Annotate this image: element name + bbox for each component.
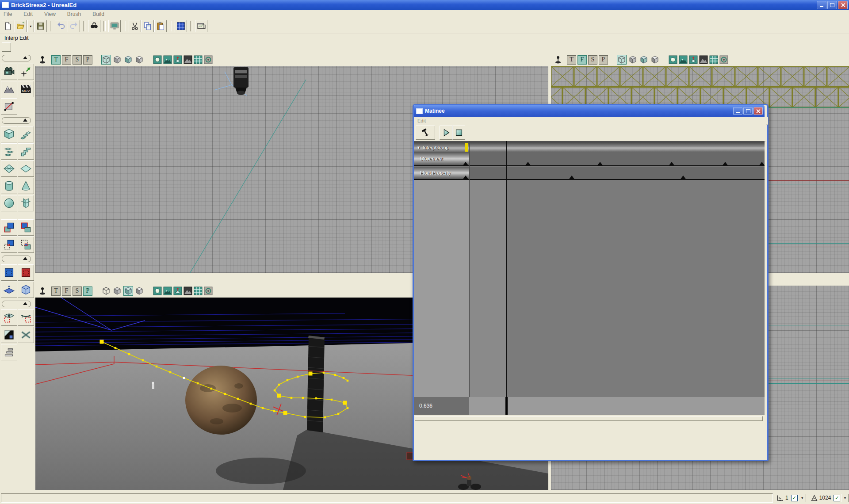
scrollbar-thumb[interactable] [415,416,763,421]
spline-point[interactable] [343,377,345,379]
keyframe-triangle[interactable] [669,162,674,165]
spline-point[interactable] [324,416,326,419]
csg-intersect-button[interactable] [1,237,17,253]
script-editor-button[interactable] [195,20,207,32]
keyframe-triangle[interactable] [759,162,765,165]
toggle-terrain-icon[interactable] [679,55,688,64]
redo-button[interactable] [68,20,80,32]
sphere-button[interactable] [1,195,17,211]
spline-keypoint[interactable] [309,372,313,376]
matinee-maximize-button[interactable] [743,107,753,115]
realtime-joystick-icon[interactable] [554,55,562,64]
drag-grid-value[interactable]: 1 [785,495,788,501]
play-button[interactable] [440,126,452,140]
spline-point[interactable] [278,384,280,386]
keyframe-triangle[interactable] [463,162,468,165]
spline-point[interactable] [183,377,185,379]
delete-selected-button[interactable] [18,327,34,343]
toggle-grid-icon[interactable] [194,55,203,64]
spline-point[interactable] [287,379,289,382]
menu-file[interactable]: File [4,11,12,17]
add-key-button[interactable] [416,126,435,140]
2d-shape-editor-button[interactable] [1,98,17,115]
menu-edit[interactable]: Edit [23,11,33,17]
find-actor-button[interactable] [88,20,100,32]
fullscreen-button[interactable] [108,20,121,32]
staircase-button[interactable] [18,143,34,160]
spline-point[interactable] [237,398,239,400]
add-mover-button[interactable] [1,282,17,298]
drag-grid-dropdown[interactable]: ▼ [799,494,806,502]
paste-button[interactable] [154,20,167,32]
spline-point[interactable] [128,353,130,355]
render-bsp-icon[interactable] [112,55,122,65]
toggle-terrain-icon[interactable] [163,55,172,64]
track-row-float-property[interactable]: Float Property [414,167,765,180]
matinee-window[interactable]: Matinee Edit ▼ InterpGroup Movement Floa… [413,104,769,461]
spline-point[interactable] [323,372,325,374]
keyframe-triangle[interactable] [597,162,603,165]
spline-point[interactable] [347,380,349,382]
render-textured-icon[interactable] [123,286,133,296]
spline-point[interactable] [337,413,340,415]
add-antiportal-button[interactable] [18,264,34,281]
csg-subtract-button[interactable] [18,219,34,236]
matinee-track-area[interactable]: ▼ InterpGroup Movement Float Property [414,141,765,397]
track-row-movement[interactable]: Movement [414,152,765,166]
app-titlebar[interactable]: BrickStress2 - UnrealEd [0,0,849,10]
spiral-staircase-button[interactable] [1,143,17,160]
matinee-close-button[interactable] [753,107,763,115]
matinee-button[interactable] [18,81,34,97]
toggle-selection-icon[interactable] [204,55,213,64]
view-front-button[interactable]: F [577,55,587,65]
cube-brush-button[interactable] [1,126,17,142]
toggle-terrain-icon[interactable] [163,286,172,295]
align-viewports-button[interactable] [1,344,17,360]
player-start-actor[interactable] [152,382,155,389]
render-lit-icon[interactable] [650,55,660,65]
copy-button[interactable] [142,20,154,32]
spline-keypoint[interactable] [100,340,104,344]
open-dropdown-button[interactable]: ▼ [27,20,34,32]
show-selected-only-button[interactable] [1,309,17,326]
view-side-button[interactable]: S [588,55,597,65]
drag-grid-checkbox[interactable]: ✓ [791,495,798,501]
cylinder-button[interactable] [1,178,17,194]
time-cursor-handle[interactable] [505,397,508,415]
spline-point[interactable] [347,407,349,409]
open-package-button[interactable] [15,20,27,32]
spline-keypoint[interactable] [343,401,347,405]
render-wireframe-icon[interactable] [101,286,111,296]
matinee-menu-edit[interactable]: Edit [417,118,426,123]
toggle-selection-icon[interactable] [719,55,728,64]
realtime-joystick-icon[interactable] [38,286,47,295]
keyframe-triangle[interactable] [723,162,728,165]
rotation-grid-checkbox[interactable]: ✓ [834,495,840,501]
toggle-darkmap-icon[interactable] [699,55,708,64]
move-rotate-button[interactable] [18,64,34,80]
maximize-button[interactable] [827,1,837,9]
menu-build[interactable]: Build [92,11,104,17]
curved-staircase-button[interactable] [18,126,34,142]
spline-point[interactable] [197,382,199,385]
minimize-button[interactable] [817,1,826,9]
toggle-lighting-icon[interactable] [153,55,162,64]
spline-point[interactable] [169,371,172,374]
view-side-button[interactable]: S [73,55,82,65]
toggle-volumes-icon[interactable] [173,286,182,295]
spline-point[interactable] [297,376,299,378]
rotation-grid-dropdown[interactable]: ▼ [841,494,849,502]
spline-point[interactable] [334,374,337,376]
interp-group-row[interactable]: ▼ InterpGroup [414,143,765,152]
render-wireframe-icon[interactable] [617,55,627,65]
toggle-volumes-icon[interactable] [689,55,698,64]
render-bsp-icon[interactable] [112,286,122,296]
cut-button[interactable] [129,20,141,32]
toggle-selection-icon[interactable] [204,286,213,295]
tessellated-sheet-button[interactable] [1,160,17,177]
render-lit-icon[interactable] [134,286,144,296]
timeline-scrollbar[interactable] [414,415,765,421]
camera-speed-button[interactable] [1,64,17,80]
toggle-grid-icon[interactable] [194,286,203,295]
view-top-button[interactable]: T [567,55,576,65]
